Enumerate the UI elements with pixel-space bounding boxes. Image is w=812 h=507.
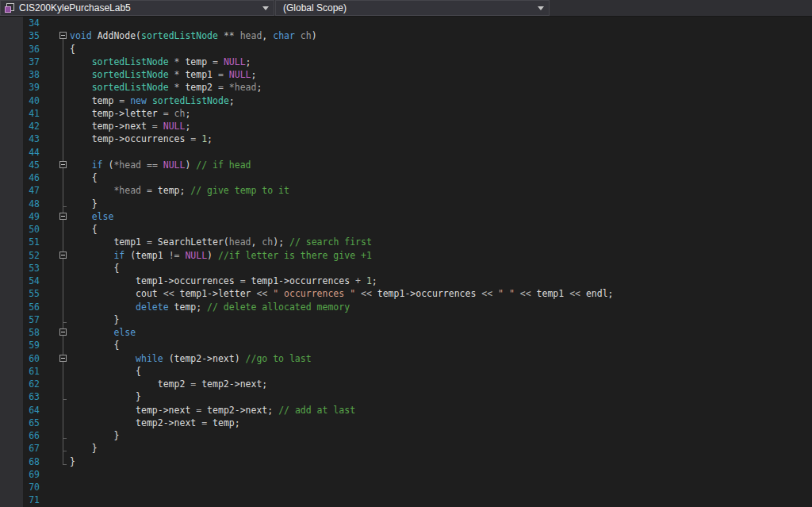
code-line[interactable]: 49else — [0, 210, 812, 223]
code-text: *head = temp; // give temp to it — [70, 184, 289, 197]
outline-margin — [40, 56, 70, 68]
code-line[interactable]: 35void AddNode(sortedListNode ** head, c… — [0, 29, 812, 42]
code-line[interactable]: 67} — [0, 442, 812, 455]
collapse-toggle-icon[interactable] — [59, 213, 67, 220]
collapse-toggle-icon[interactable] — [59, 328, 67, 336]
code-line[interactable]: 44 — [0, 146, 812, 159]
outline-margin — [40, 494, 70, 506]
outline-margin — [40, 455, 70, 468]
code-line[interactable]: 68} — [0, 455, 812, 468]
outline-margin — [40, 390, 70, 403]
code-line[interactable]: 34 — [0, 17, 812, 29]
code-line[interactable]: 41temp->letter = ch; — [0, 107, 812, 120]
code-line[interactable]: 40temp = new sortedListNode; — [0, 94, 812, 107]
code-line[interactable]: 47*head = temp; // give temp to it — [0, 184, 812, 197]
outline-margin — [40, 468, 70, 481]
line-number: 52 — [0, 249, 40, 262]
code-line[interactable]: 36{ — [0, 43, 812, 56]
code-text: } — [70, 442, 98, 455]
code-line[interactable]: 69 — [0, 468, 812, 481]
code-line[interactable]: 38sortedListNode * temp1 = NULL; — [0, 68, 812, 81]
outline-margin — [40, 29, 70, 42]
code-line[interactable]: 37sortedListNode * temp = NULL; — [0, 56, 812, 68]
collapse-toggle-icon[interactable] — [59, 161, 67, 168]
outline-margin — [40, 404, 70, 417]
outline-margin — [40, 352, 70, 365]
code-text: temp->letter = ch; — [70, 107, 190, 120]
code-line[interactable]: 60while (temp2->next) //go to last — [0, 352, 812, 365]
code-line[interactable]: 57} — [0, 313, 812, 326]
code-line[interactable]: 51temp1 = SearchLetter(head, ch); // sea… — [0, 236, 812, 248]
line-number: 54 — [0, 275, 40, 287]
outline-margin — [40, 223, 70, 236]
code-line[interactable]: 65temp2->next = temp; — [0, 417, 812, 429]
code-text: temp->next = NULL; — [70, 120, 190, 133]
line-number: 45 — [0, 159, 40, 171]
code-line[interactable]: 59{ — [0, 339, 812, 351]
scope-dropdown[interactable]: (Global Scope) — [275, 0, 550, 16]
code-line[interactable]: 56delete temp; // delete allocated memor… — [0, 301, 812, 313]
outline-margin — [40, 365, 70, 378]
line-number: 55 — [0, 287, 40, 300]
line-number: 60 — [0, 352, 40, 365]
line-number: 49 — [0, 210, 40, 223]
line-number: 38 — [0, 68, 40, 81]
collapse-toggle-icon[interactable] — [59, 32, 67, 39]
line-number: 62 — [0, 378, 40, 390]
code-line[interactable]: 70 — [0, 481, 812, 494]
type-dropdown[interactable]: CIS200KylePurchaseLab5 — [0, 0, 274, 16]
code-line[interactable]: 50{ — [0, 223, 812, 236]
line-number: 64 — [0, 404, 40, 417]
code-line[interactable]: 63} — [0, 390, 812, 403]
code-text: sortedListNode * temp1 = NULL; — [70, 68, 256, 81]
collapse-toggle-icon[interactable] — [59, 252, 67, 259]
line-number: 70 — [0, 481, 40, 494]
code-line[interactable]: 55cout << temp1->letter << " occurrences… — [0, 287, 812, 300]
code-line[interactable]: 58else — [0, 326, 812, 339]
line-number: 67 — [0, 442, 40, 455]
outline-margin — [40, 339, 70, 351]
code-text: { — [70, 223, 98, 236]
code-line[interactable]: 62temp2 = temp2->next; — [0, 378, 812, 390]
code-text: else — [70, 326, 136, 339]
navbar-spacer — [550, 0, 812, 16]
code-line[interactable]: 43temp->occurrences = 1; — [0, 133, 812, 145]
code-line[interactable]: 45if (*head == NULL) // if head — [0, 159, 812, 171]
code-line[interactable]: 54temp1->occurrences = temp1->occurrence… — [0, 275, 812, 287]
code-text: temp2->next = temp; — [70, 417, 240, 429]
code-line[interactable]: 42temp->next = NULL; — [0, 120, 812, 133]
collapse-toggle-icon[interactable] — [59, 355, 67, 362]
outline-margin — [40, 262, 70, 275]
outline-margin — [40, 378, 70, 390]
code-text: while (temp2->next) //go to last — [70, 352, 312, 365]
line-number: 46 — [0, 171, 40, 184]
outline-margin — [40, 287, 70, 300]
code-line[interactable]: 61{ — [0, 365, 812, 378]
code-line[interactable]: 46{ — [0, 171, 812, 184]
code-line[interactable]: 64temp->next = temp2->next; // add at la… — [0, 404, 812, 417]
outline-margin — [40, 94, 70, 107]
outline-margin — [40, 442, 70, 455]
code-line[interactable]: 53{ — [0, 262, 812, 275]
line-number: 65 — [0, 417, 40, 429]
outline-margin — [40, 68, 70, 81]
line-number: 50 — [0, 223, 40, 236]
code-text: } — [70, 455, 75, 468]
code-text: } — [70, 313, 119, 326]
code-text: { — [70, 262, 119, 275]
cpp-project-icon — [4, 2, 15, 13]
code-line[interactable]: 39sortedListNode * temp2 = *head; — [0, 81, 812, 94]
code-text: if (temp1 != NULL) //if letter is there … — [70, 249, 372, 262]
code-line[interactable]: 66} — [0, 429, 812, 442]
code-line[interactable]: 48} — [0, 198, 812, 210]
outline-margin — [40, 120, 70, 133]
outline-margin — [40, 313, 70, 326]
code-text: temp1 = SearchLetter(head, ch); // searc… — [70, 236, 372, 248]
outline-margin — [40, 301, 70, 313]
code-text: void AddNode(sortedListNode ** head, cha… — [70, 29, 317, 42]
outline-margin — [40, 481, 70, 494]
code-line[interactable]: 52if (temp1 != NULL) //if letter is ther… — [0, 249, 812, 262]
code-editor[interactable]: 3435void AddNode(sortedListNode ** head,… — [0, 17, 812, 507]
code-line[interactable]: 71 — [0, 494, 812, 506]
line-number: 59 — [0, 339, 40, 351]
